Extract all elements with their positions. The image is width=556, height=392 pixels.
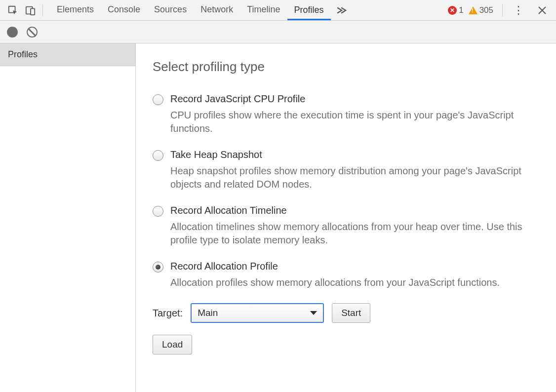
- tab-label: Console: [108, 4, 140, 15]
- toolbar-separator: [42, 4, 43, 16]
- radio-heap-snapshot[interactable]: [153, 150, 163, 161]
- option-title[interactable]: Record JavaScript CPU Profile: [170, 93, 539, 105]
- device-toggle-icon[interactable]: [22, 0, 40, 21]
- option-body: Record JavaScript CPU Profile CPU profil…: [170, 93, 539, 135]
- option-body: Record Allocation Timeline Allocation ti…: [170, 205, 539, 247]
- tab-network[interactable]: Network: [194, 0, 240, 20]
- tab-console[interactable]: Console: [101, 0, 147, 20]
- tab-label: Sources: [154, 4, 187, 15]
- warning-count: 305: [479, 5, 493, 15]
- option-allocation-timeline: Record Allocation Timeline Allocation ti…: [153, 205, 539, 247]
- button-label: Load: [162, 339, 183, 350]
- tab-elements[interactable]: Elements: [50, 0, 101, 20]
- start-button[interactable]: Start: [332, 303, 370, 323]
- devtools-tabs: Elements Console Sources Network Timelin…: [50, 0, 353, 20]
- option-title[interactable]: Take Heap Snapshot: [170, 149, 539, 160]
- option-body: Record Allocation Profile Allocation pro…: [170, 261, 539, 289]
- warning-count-badge[interactable]: 305: [469, 5, 493, 15]
- tab-label: Profiles: [294, 5, 324, 15]
- target-label: Target:: [153, 308, 183, 319]
- radio-allocation-timeline[interactable]: [153, 206, 163, 217]
- record-button-icon[interactable]: [7, 27, 18, 38]
- error-count-badge[interactable]: ✕ 1: [448, 5, 463, 15]
- radio-allocation-profile[interactable]: [153, 262, 163, 273]
- warning-icon: [469, 6, 477, 14]
- option-desc: Allocation profiles show memory allocati…: [170, 276, 539, 289]
- tab-sources[interactable]: Sources: [147, 0, 194, 20]
- option-desc: CPU profiles show where the execution ti…: [170, 109, 539, 135]
- devtools-toolbar: Elements Console Sources Network Timelin…: [0, 0, 556, 21]
- clear-button-icon[interactable]: [27, 27, 38, 38]
- close-devtools-icon[interactable]: [532, 6, 552, 15]
- option-allocation-profile: Record Allocation Profile Allocation pro…: [153, 261, 539, 289]
- radio-cpu-profile[interactable]: [153, 94, 163, 105]
- option-body: Take Heap Snapshot Heap snapshot profile…: [170, 149, 539, 191]
- svg-rect-2: [31, 8, 35, 15]
- inspect-element-icon[interactable]: [4, 0, 22, 21]
- button-label: Start: [341, 308, 361, 318]
- tab-label: Timeline: [247, 4, 280, 15]
- error-icon: ✕: [448, 6, 457, 15]
- sidebar-item-profiles[interactable]: Profiles: [0, 43, 135, 66]
- target-select[interactable]: Main: [191, 303, 324, 323]
- tab-profiles[interactable]: Profiles: [287, 0, 331, 20]
- sidebar-item-label: Profiles: [8, 49, 38, 59]
- page-heading: Select profiling type: [153, 59, 539, 75]
- tabs-overflow-icon[interactable]: [331, 0, 353, 20]
- toolbar-right: ✕ 1 305 ⋮: [448, 4, 552, 17]
- error-count: 1: [459, 5, 463, 15]
- option-cpu-profile: Record JavaScript CPU Profile CPU profil…: [153, 93, 539, 135]
- option-desc: Allocation timelines show memory allocat…: [170, 220, 539, 247]
- load-button[interactable]: Load: [153, 335, 192, 354]
- option-title[interactable]: Record Allocation Profile: [170, 261, 539, 272]
- option-title[interactable]: Record Allocation Timeline: [170, 205, 539, 216]
- profiles-subtoolbar: [0, 21, 556, 43]
- target-select-value: Main: [198, 308, 218, 318]
- toolbar-separator: [502, 4, 503, 17]
- tab-label: Elements: [57, 4, 94, 15]
- option-heap-snapshot: Take Heap Snapshot Heap snapshot profile…: [153, 149, 539, 191]
- option-desc: Heap snapshot profiles show memory distr…: [170, 164, 539, 191]
- tab-label: Network: [200, 4, 233, 15]
- settings-menu-icon[interactable]: ⋮: [510, 4, 527, 17]
- profiles-sidebar: Profiles: [0, 43, 136, 392]
- target-row: Target: Main Start: [153, 303, 539, 323]
- content-area: Profiles Select profiling type Record Ja…: [0, 43, 556, 392]
- profiles-main-panel: Select profiling type Record JavaScript …: [136, 43, 556, 392]
- tab-timeline[interactable]: Timeline: [240, 0, 287, 20]
- chevron-down-icon: [310, 311, 317, 315]
